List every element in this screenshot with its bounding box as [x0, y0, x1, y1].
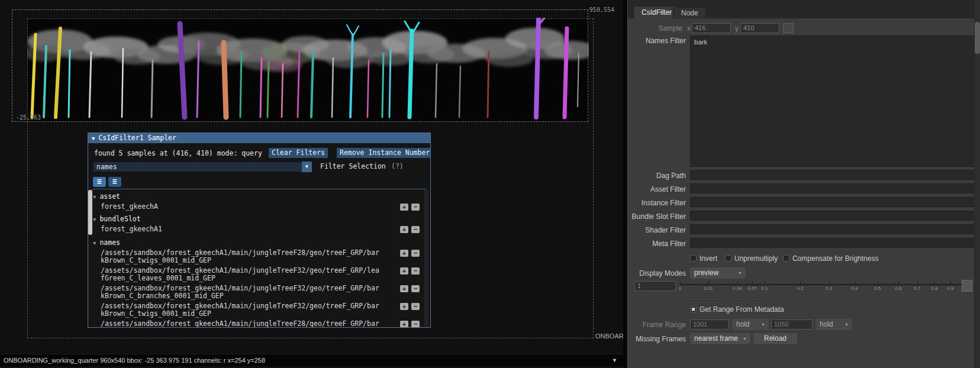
instance-filter-input[interactable] — [690, 197, 979, 207]
pane-splitter[interactable] — [623, 0, 627, 368]
list-item[interactable]: /assets/sandbox/forest_gkeechA1/main/jun… — [101, 267, 380, 282]
remove-filter-button[interactable]: − — [411, 226, 420, 233]
viewer-node-label: ONBOAR — [595, 333, 623, 340]
filter-selection-label: Filter Selection — [320, 162, 386, 170]
remove-filter-button[interactable]: − — [411, 250, 420, 257]
display-value-input[interactable]: 1 — [634, 281, 676, 291]
slider-tick-label: 0.1 — [761, 286, 768, 291]
list-item[interactable]: /assets/sandbox/forest_gkeechA1/main/jun… — [101, 320, 380, 328]
add-filter-button[interactable]: + — [400, 250, 408, 257]
compensate-brightness-checkbox[interactable] — [783, 255, 789, 262]
group-header-asset[interactable]: ▼asset — [93, 192, 120, 201]
slider-ticks: 00.010.040.070.10.20.30.40.50.60.70.80.9… — [680, 281, 966, 295]
collapse-triangle-icon[interactable]: ▼ — [88, 135, 98, 141]
frame-range-label: Frame Range — [628, 321, 686, 329]
status-dropdown-arrow-icon[interactable]: ▼ — [612, 354, 617, 366]
asset-filter-label: Asset Filter — [628, 185, 686, 193]
group-header-names[interactable]: ▼names — [93, 238, 120, 247]
remove-filter-button[interactable]: − — [411, 267, 420, 275]
filter-selection-help[interactable]: (?) — [391, 162, 404, 170]
get-range-checkbox[interactable]: ✖ — [690, 306, 697, 312]
list-item[interactable]: /assets/sandbox/forest_gkeechA1/main/jun… — [101, 302, 380, 318]
sample-label: Sample — [628, 24, 682, 33]
viewer-status-text: ONBOARDING_working_quarter 960x540 bbox:… — [0, 357, 265, 364]
remove-filter-button[interactable]: − — [411, 303, 420, 310]
slider-tick-label: 0.9 — [947, 286, 953, 291]
remove-instance-number-button[interactable]: Remove Instance Number — [337, 148, 431, 158]
sampler-popup-header[interactable]: ▼CsIdFilter1 Sampler — [88, 133, 430, 143]
remove-filter-button[interactable]: − — [411, 204, 420, 211]
sample-y-input[interactable]: 410 — [740, 23, 779, 33]
display-modes-dropdown[interactable]: preview ▼ — [690, 267, 746, 279]
asset-filter-input[interactable] — [690, 183, 979, 193]
add-filter-button[interactable]: + — [400, 226, 408, 233]
slider-tick-label: 0.4 — [851, 286, 858, 291]
list-item[interactable]: forest_gkeechA1 — [101, 225, 380, 233]
sample-x-label: x — [687, 24, 691, 33]
shader-filter-label: Shader Filter — [628, 226, 686, 234]
slider-tick-label: 0.6 — [895, 286, 901, 291]
get-range-label: Get Range From Metadata — [699, 305, 784, 314]
panel-scrollbar-track[interactable] — [974, 0, 980, 368]
add-filter-button[interactable]: + — [400, 321, 408, 328]
slider-tick — [934, 281, 935, 284]
popup-scrollbar-thumb[interactable] — [88, 190, 92, 235]
bundle-slot-filter-input[interactable] — [690, 211, 979, 221]
bundle-slot-filter-label: Bundle Slot Filter — [628, 212, 686, 221]
slider-tick-label: 0.01 — [704, 286, 713, 291]
sample-y-label: y — [735, 24, 739, 33]
tab-node[interactable]: Node — [673, 7, 707, 19]
slider-tick — [950, 281, 951, 284]
group-header-bundleslot[interactable]: ▼bundleSlot — [93, 215, 141, 223]
add-filter-button[interactable]: + — [400, 303, 408, 310]
slider-tick — [878, 281, 878, 284]
dag-path-label: Dag Path — [628, 172, 686, 180]
clear-filters-button[interactable]: Clear Filters — [269, 148, 328, 158]
list-item[interactable]: /assets/sandbox/forest_gkeechA1/main/jun… — [101, 249, 380, 264]
display-slider[interactable]: 00.010.040.070.10.20.30.40.50.60.70.80.9… — [680, 280, 966, 296]
group-triangle-icon[interactable]: ▼ — [93, 217, 96, 222]
slider-tick-label: 0.7 — [914, 286, 920, 291]
add-filter-button[interactable]: + — [400, 285, 408, 292]
slider-tick — [829, 281, 830, 284]
missing-frames-label: Missing Frames — [628, 335, 686, 343]
dag-path-input[interactable] — [690, 170, 979, 180]
remove-filter-button[interactable]: − — [411, 285, 420, 292]
frame-range-start-input[interactable]: 1001 — [690, 319, 729, 330]
sample-picker-button[interactable] — [783, 23, 794, 33]
list-view-icon[interactable]: ≡ — [93, 177, 106, 187]
list-item[interactable]: /assets/sandbox/forest_gkeechA1/main/jun… — [101, 285, 380, 300]
group-triangle-icon[interactable]: ▼ — [93, 240, 96, 246]
popup-scrollbar-track[interactable] — [424, 190, 428, 327]
shader-filter-input[interactable] — [690, 224, 979, 234]
slider-tick-label: 0.04 — [733, 286, 742, 291]
remove-filter-button[interactable]: − — [411, 321, 420, 328]
add-filter-button[interactable]: + — [400, 204, 408, 211]
frame-range-end-input[interactable]: 1050 — [771, 319, 813, 330]
panel-scrollbar-thumb[interactable] — [975, 22, 980, 54]
frame-range-start-mode-dropdown[interactable]: hold ▼ — [732, 319, 769, 330]
slider-tick — [765, 281, 765, 284]
mode-select-arrow-icon[interactable]: ▼ — [302, 162, 312, 172]
sampler-mode-select[interactable]: names — [93, 162, 305, 172]
check-x-icon: ✖ — [691, 306, 696, 312]
list-item[interactable]: forest_gkeechA — [101, 203, 380, 211]
meta-filter-input[interactable] — [690, 238, 979, 248]
reload-button[interactable]: Reload — [753, 333, 797, 344]
unpremultiply-checkbox[interactable] — [725, 255, 731, 262]
group-triangle-icon[interactable]: ▼ — [93, 194, 96, 200]
instance-filter-label: Instance Filter — [628, 199, 686, 207]
panel-toolbar-remnant — [628, 0, 980, 5]
frame-range-end-mode-dropdown[interactable]: hold ▼ — [815, 319, 852, 330]
add-filter-button[interactable]: + — [400, 267, 408, 275]
slider-grab-button[interactable] — [962, 280, 972, 292]
sampler-popup-title: CsIdFilter1 Sampler — [98, 134, 176, 142]
slider-tick — [708, 281, 709, 284]
names-filter-textarea[interactable]: bark — [690, 35, 979, 167]
tree-view-icon[interactable]: ≡ — [108, 177, 121, 187]
missing-frames-dropdown[interactable]: nearest frame ▼ — [690, 333, 750, 344]
invert-checkbox[interactable] — [690, 255, 697, 262]
meta-filter-label: Meta Filter — [628, 240, 686, 248]
sample-x-input[interactable]: 416 — [692, 23, 731, 33]
unpremultiply-label: Unpremultiply — [734, 254, 778, 263]
